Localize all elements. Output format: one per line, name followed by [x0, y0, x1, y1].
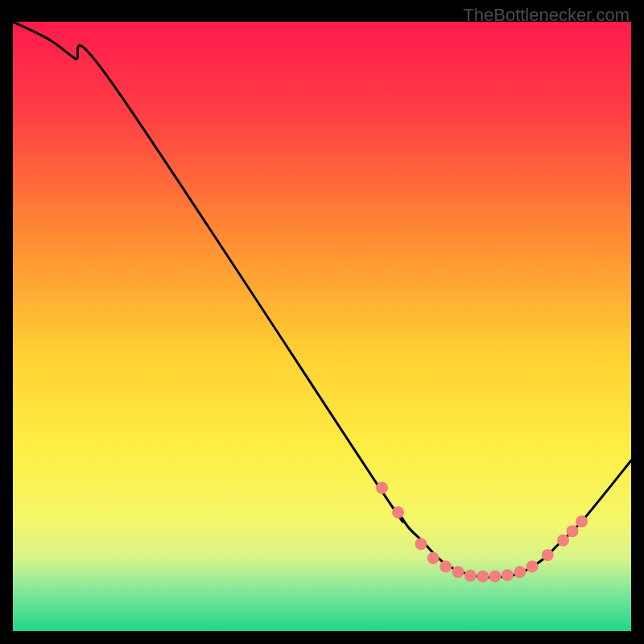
curve-marker	[452, 566, 464, 578]
curve-marker	[427, 552, 440, 564]
curve-marker	[576, 515, 588, 527]
chart-background	[13, 22, 631, 631]
watermark: TheBottlenecker.com	[463, 5, 630, 26]
curve-marker	[526, 560, 539, 572]
curve-marker	[567, 525, 579, 537]
curve-marker	[489, 570, 502, 582]
curve-marker	[415, 538, 427, 550]
curve-marker	[477, 570, 489, 582]
curve-marker	[464, 570, 477, 582]
curve-marker	[557, 535, 569, 547]
curve-marker	[376, 482, 388, 494]
bottleneck-chart	[13, 22, 631, 631]
curve-marker	[542, 549, 554, 561]
curve-marker	[502, 569, 514, 581]
curve-marker	[440, 560, 452, 572]
curve-marker	[514, 566, 526, 578]
curve-marker	[392, 506, 404, 518]
